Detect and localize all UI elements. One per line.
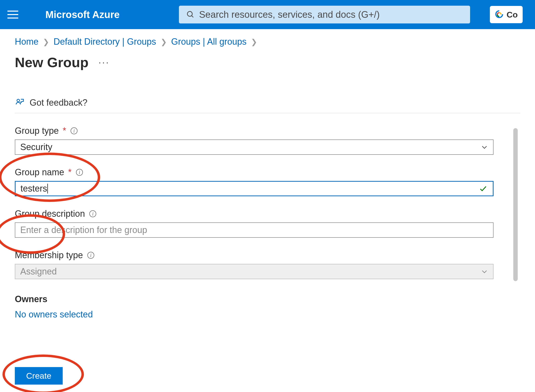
copilot-label: Co (507, 10, 518, 20)
text-cursor (47, 184, 48, 194)
breadcrumb-home[interactable]: Home (15, 37, 38, 47)
field-membership-type: Membership type i Assigned (15, 250, 505, 279)
page-content: Home ❯ Default Directory | Groups ❯ Grou… (0, 29, 535, 392)
breadcrumb: Home ❯ Default Directory | Groups ❯ Grou… (15, 37, 520, 47)
chevron-right-icon: ❯ (43, 38, 49, 46)
check-icon (479, 184, 487, 193)
group-description-label: Group description (15, 209, 85, 219)
footer-gradient (0, 345, 535, 362)
membership-type-select[interactable]: Assigned (15, 264, 494, 279)
chevron-right-icon: ❯ (161, 38, 167, 46)
info-icon[interactable]: i (71, 127, 77, 134)
group-type-label: Group type (15, 126, 59, 136)
create-button[interactable]: Create (15, 367, 63, 385)
required-indicator: * (63, 126, 66, 136)
page-title: New Group (15, 54, 89, 70)
required-indicator: * (68, 167, 72, 177)
svg-point-0 (187, 11, 192, 16)
breadcrumb-all-groups[interactable]: Groups | All groups (171, 37, 247, 47)
global-search-input[interactable] (199, 9, 463, 20)
svg-line-1 (191, 16, 193, 17)
membership-type-label: Membership type (15, 250, 83, 260)
group-type-select[interactable]: Security (15, 139, 494, 155)
command-bar: Got feedback? (15, 98, 520, 113)
scrollbar[interactable] (513, 128, 518, 281)
group-description-input-wrapper[interactable] (15, 222, 494, 238)
divider (15, 113, 520, 113)
chevron-right-icon: ❯ (251, 38, 257, 46)
info-icon[interactable]: i (87, 252, 94, 259)
field-group-description: Group description i (15, 209, 505, 238)
feedback-icon (15, 98, 25, 108)
group-description-input[interactable] (20, 225, 488, 235)
hamburger-menu-icon[interactable] (7, 8, 21, 21)
field-group-name: Group name * i testers (15, 167, 505, 196)
brand-label: Microsoft Azure (45, 9, 120, 20)
search-icon (186, 10, 195, 19)
owners-heading: Owners (15, 294, 505, 304)
feedback-link[interactable]: Got feedback? (30, 98, 87, 108)
svg-point-2 (17, 99, 20, 102)
owners-link[interactable]: No owners selected (15, 309, 93, 320)
chevron-down-icon (481, 143, 488, 151)
copilot-button[interactable]: Co (490, 6, 523, 23)
copilot-icon (495, 10, 504, 19)
info-icon[interactable]: i (89, 210, 96, 217)
breadcrumb-directory-groups[interactable]: Default Directory | Groups (54, 37, 156, 47)
form-area: Group type * i Security Group name * i t… (15, 126, 520, 320)
group-name-label: Group name (15, 167, 64, 177)
global-search[interactable] (179, 6, 470, 23)
more-actions-button[interactable]: ··· (98, 57, 110, 68)
group-type-value: Security (20, 142, 52, 152)
group-name-value: testers (20, 183, 47, 194)
membership-type-value: Assigned (20, 266, 57, 277)
group-name-input-wrapper[interactable]: testers (15, 181, 494, 196)
info-icon[interactable]: i (76, 169, 83, 176)
chevron-down-icon (481, 268, 488, 275)
field-group-type: Group type * i Security (15, 126, 505, 155)
azure-top-bar: Microsoft Azure Co (0, 0, 535, 29)
